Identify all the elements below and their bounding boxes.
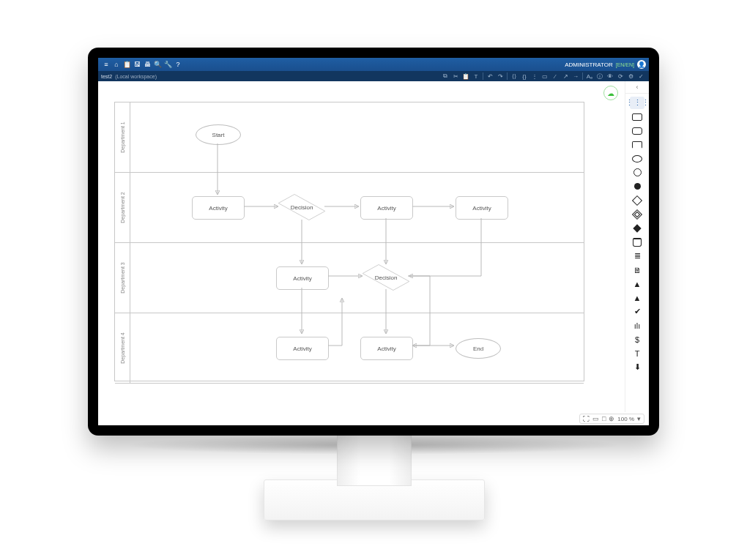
workspace-label: (Local workspace) (115, 74, 157, 79)
document-toolbar: test2 (Local workspace) ⧉✂📋T↶↷⟨⟩{}⋮▭∕↗→A… (98, 71, 649, 81)
fit-width-icon[interactable]: ▭ (592, 415, 599, 422)
shape-tri-button[interactable]: ▲ (630, 291, 644, 304)
settings-icon[interactable]: ⚙ (625, 72, 636, 81)
connector-icon[interactable]: ↗ (560, 72, 571, 81)
decision-node[interactable]: Decision (280, 195, 324, 219)
canvas[interactable]: ☁ Department 1 Start Department 2 Activi… (98, 81, 625, 412)
cloud-sync-icon[interactable]: ☁ (603, 86, 618, 100)
shape-circle-button[interactable] (630, 166, 644, 179)
lane-2: Department 2 Activity Decision Activity … (115, 173, 584, 243)
tools-icon[interactable]: 🔧 (163, 59, 173, 70)
line-icon[interactable]: ∕ (550, 72, 560, 81)
lane-2-label: Department 2 (120, 192, 125, 223)
lane-4-label: Department 4 (120, 332, 125, 363)
format-icon[interactable]: T (471, 72, 481, 81)
activity-node[interactable]: Activity (360, 337, 413, 360)
user-avatar-icon[interactable]: 👤 (637, 60, 646, 69)
shape-rect-button[interactable] (630, 111, 644, 123)
shape-openrect-button[interactable] (630, 138, 644, 151)
activity-node[interactable]: Activity (360, 196, 413, 220)
shape-diamond-button[interactable] (630, 194, 644, 206)
clipboard-icon[interactable]: 📋 (122, 59, 132, 70)
refresh-icon[interactable]: ⟳ (615, 72, 625, 81)
redo-icon[interactable]: ↷ (495, 72, 505, 81)
home-icon[interactable]: ⌂ (111, 59, 122, 70)
fit-screen-icon[interactable]: ⛶ (583, 415, 590, 422)
shape-doc-button[interactable]: 🗎 (630, 264, 644, 276)
status-bar: ⛶ ▭ □ ⊕ 100 % ▾ (98, 412, 649, 425)
collapse-sidebar-icon[interactable]: ‹ (625, 83, 649, 94)
search-icon[interactable]: 🔍 (152, 59, 163, 70)
check-icon[interactable]: ✓ (636, 72, 646, 81)
menu-icon[interactable]: ≡ (101, 59, 111, 70)
visibility-icon[interactable]: 👁 (605, 72, 615, 81)
lane-1-label: Department 1 (120, 122, 125, 152)
end-node[interactable]: End (456, 338, 501, 359)
swimlane-pool: Department 1 Start Department 2 Activity… (114, 102, 584, 381)
shape-list-button[interactable]: ≣ (630, 250, 644, 262)
shape-grid-button[interactable]: ⋮⋮⋮ (630, 97, 644, 109)
arrow-icon[interactable]: → (571, 72, 581, 81)
language-indicator[interactable]: [EN/EN] (616, 62, 634, 67)
help-icon[interactable]: ? (173, 59, 183, 70)
shape-database-button[interactable] (630, 236, 644, 248)
shape-person-button[interactable]: ▲ (630, 277, 644, 290)
copy-icon[interactable]: ⧉ (440, 72, 450, 81)
shape-dollar-button[interactable]: $ (630, 333, 644, 346)
print-icon[interactable]: 🖶 (142, 59, 152, 70)
decision-node[interactable]: Decision (364, 266, 408, 289)
fit-page-icon[interactable]: □ (602, 415, 606, 422)
activity-node[interactable]: Activity (276, 337, 329, 360)
start-node[interactable]: Start (196, 124, 241, 145)
shape-chart-button[interactable]: ılı (630, 319, 644, 332)
activity-node[interactable]: Activity (456, 196, 508, 220)
lane-3: Department 3 Activity Decision (115, 243, 584, 313)
shape-text-button[interactable]: T (630, 347, 644, 359)
paste-icon[interactable]: 📋 (461, 72, 471, 81)
shape-fcircle-button[interactable] (630, 180, 644, 193)
lane-4: Department 4 Activity Activity End (115, 313, 584, 384)
info-icon[interactable]: ⓘ (595, 72, 605, 81)
activity-node[interactable]: Activity (192, 196, 245, 220)
hrule-icon[interactable]: ▭ (540, 72, 550, 81)
user-name: ADMINISTRATOR (565, 61, 612, 68)
lane-3-label: Department 3 (120, 262, 125, 293)
shape-clock-button[interactable]: ✔ (630, 305, 644, 318)
actual-size-icon[interactable]: ⊕ (609, 415, 614, 422)
monitor-frame: ≡⌂📋🖫🖶🔍🔧? ADMINISTRATOR [EN/EN] 👤 test2 (… (88, 48, 659, 436)
brackets-icon[interactable]: {} (519, 72, 529, 81)
shape-fdiamond-button[interactable] (630, 222, 644, 234)
shape-ddiamond-button[interactable] (630, 208, 644, 220)
shape-rrect-button[interactable] (630, 124, 644, 137)
zoom-dropdown-icon[interactable]: ▾ (637, 415, 641, 422)
screen: ≡⌂📋🖫🖶🔍🔧? ADMINISTRATOR [EN/EN] 👤 test2 (… (98, 58, 649, 425)
textstyle-icon[interactable]: Aₐ (584, 72, 595, 81)
shape-sidebar: ‹ ⋮⋮⋮≣🗎▲▲✔ılı$T⬇ (625, 81, 649, 412)
app-header: ≡⌂📋🖫🖶🔍🔧? ADMINISTRATOR [EN/EN] 👤 (98, 58, 649, 71)
save-icon[interactable]: 🖫 (132, 59, 142, 70)
code-icon[interactable]: ⟨⟩ (509, 72, 519, 81)
undo-icon[interactable]: ↶ (485, 72, 495, 81)
shape-oval-button[interactable] (630, 152, 644, 165)
activity-node[interactable]: Activity (276, 266, 329, 290)
cut-icon[interactable]: ✂ (450, 72, 461, 81)
document-name: test2 (101, 74, 112, 79)
lane-1: Department 1 Start (115, 102, 584, 173)
align-icon[interactable]: ⋮ (529, 72, 540, 81)
zoom-level: 100 % (617, 416, 634, 422)
shape-pin-button[interactable]: ⬇ (630, 361, 644, 373)
